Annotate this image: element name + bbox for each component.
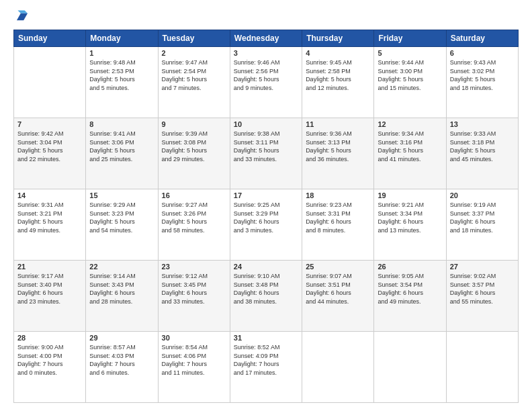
day-info: Sunrise: 9:34 AM Sunset: 3:16 PM Dayligh… <box>378 130 442 163</box>
day-number: 23 <box>162 263 226 271</box>
day-number: 1 <box>89 49 154 57</box>
day-info: Sunrise: 9:33 AM Sunset: 3:18 PM Dayligh… <box>450 130 515 163</box>
week-row-0: 1Sunrise: 9:48 AM Sunset: 2:53 PM Daylig… <box>14 47 519 118</box>
day-info: Sunrise: 9:47 AM Sunset: 2:54 PM Dayligh… <box>162 58 226 92</box>
calendar-cell: 13Sunrise: 9:33 AM Sunset: 3:18 PM Dayli… <box>446 118 518 189</box>
calendar-cell: 29Sunrise: 8:57 AM Sunset: 4:03 PM Dayli… <box>86 332 158 403</box>
day-number: 29 <box>89 334 154 342</box>
day-info: Sunrise: 9:43 AM Sunset: 3:02 PM Dayligh… <box>450 58 515 92</box>
logo <box>13 11 30 24</box>
day-number: 24 <box>234 263 298 271</box>
calendar-cell: 28Sunrise: 9:00 AM Sunset: 4:00 PM Dayli… <box>14 332 86 403</box>
page: SundayMondayTuesdayWednesdayThursdayFrid… <box>0 0 532 411</box>
calendar-cell: 4Sunrise: 9:45 AM Sunset: 2:58 PM Daylig… <box>302 47 374 118</box>
day-number: 26 <box>378 263 442 271</box>
week-row-2: 14Sunrise: 9:31 AM Sunset: 3:21 PM Dayli… <box>14 189 519 261</box>
logo-icon <box>15 9 30 24</box>
day-info: Sunrise: 9:31 AM Sunset: 3:21 PM Dayligh… <box>17 201 82 234</box>
week-row-1: 7Sunrise: 9:42 AM Sunset: 3:04 PM Daylig… <box>14 118 519 189</box>
day-number: 16 <box>162 191 226 199</box>
calendar-cell <box>14 47 86 118</box>
day-info: Sunrise: 9:25 AM Sunset: 3:29 PM Dayligh… <box>234 201 298 234</box>
calendar-cell: 24Sunrise: 9:10 AM Sunset: 3:48 PM Dayli… <box>230 261 302 332</box>
calendar-cell: 10Sunrise: 9:38 AM Sunset: 3:11 PM Dayli… <box>230 118 302 189</box>
day-number: 30 <box>162 334 226 342</box>
svg-marker-0 <box>17 13 28 20</box>
week-row-4: 28Sunrise: 9:00 AM Sunset: 4:00 PM Dayli… <box>14 332 519 403</box>
calendar-cell: 8Sunrise: 9:41 AM Sunset: 3:06 PM Daylig… <box>86 118 158 189</box>
calendar-cell: 30Sunrise: 8:54 AM Sunset: 4:06 PM Dayli… <box>158 332 230 403</box>
calendar-cell: 26Sunrise: 9:05 AM Sunset: 3:54 PM Dayli… <box>374 261 446 332</box>
weekday-header-row: SundayMondayTuesdayWednesdayThursdayFrid… <box>14 30 519 47</box>
day-number: 9 <box>162 120 226 128</box>
calendar-cell: 22Sunrise: 9:14 AM Sunset: 3:43 PM Dayli… <box>86 261 158 332</box>
day-number: 6 <box>450 49 515 57</box>
calendar-cell: 2Sunrise: 9:47 AM Sunset: 2:54 PM Daylig… <box>158 47 230 118</box>
weekday-tuesday: Tuesday <box>158 30 230 47</box>
calendar-cell <box>446 332 518 403</box>
day-info: Sunrise: 9:07 AM Sunset: 3:51 PM Dayligh… <box>306 272 370 306</box>
day-info: Sunrise: 9:48 AM Sunset: 2:53 PM Dayligh… <box>89 58 154 92</box>
calendar-cell: 16Sunrise: 9:27 AM Sunset: 3:26 PM Dayli… <box>158 189 230 261</box>
calendar-cell <box>302 332 374 403</box>
day-number: 2 <box>162 49 226 57</box>
day-info: Sunrise: 9:19 AM Sunset: 3:37 PM Dayligh… <box>450 201 515 234</box>
calendar-cell: 20Sunrise: 9:19 AM Sunset: 3:37 PM Dayli… <box>446 189 518 261</box>
day-number: 5 <box>378 49 442 57</box>
day-info: Sunrise: 9:42 AM Sunset: 3:04 PM Dayligh… <box>17 130 82 163</box>
calendar-cell: 5Sunrise: 9:44 AM Sunset: 3:00 PM Daylig… <box>374 47 446 118</box>
day-number: 25 <box>306 263 370 271</box>
calendar-cell: 18Sunrise: 9:23 AM Sunset: 3:31 PM Dayli… <box>302 189 374 261</box>
day-info: Sunrise: 9:05 AM Sunset: 3:54 PM Dayligh… <box>378 272 442 306</box>
calendar-cell: 19Sunrise: 9:21 AM Sunset: 3:34 PM Dayli… <box>374 189 446 261</box>
header <box>13 11 519 24</box>
day-info: Sunrise: 8:54 AM Sunset: 4:06 PM Dayligh… <box>162 343 226 377</box>
day-number: 12 <box>378 120 442 128</box>
day-number: 17 <box>234 191 298 199</box>
calendar-cell: 17Sunrise: 9:25 AM Sunset: 3:29 PM Dayli… <box>230 189 302 261</box>
weekday-friday: Friday <box>374 30 446 47</box>
day-info: Sunrise: 9:02 AM Sunset: 3:57 PM Dayligh… <box>450 272 515 306</box>
day-number: 28 <box>17 334 82 342</box>
day-info: Sunrise: 9:44 AM Sunset: 3:00 PM Dayligh… <box>378 58 442 92</box>
day-number: 14 <box>17 191 82 199</box>
calendar: SundayMondayTuesdayWednesdayThursdayFrid… <box>13 30 519 403</box>
day-number: 10 <box>234 120 298 128</box>
day-info: Sunrise: 9:46 AM Sunset: 2:56 PM Dayligh… <box>234 58 298 92</box>
day-number: 3 <box>234 49 298 57</box>
day-info: Sunrise: 9:41 AM Sunset: 3:06 PM Dayligh… <box>89 130 154 163</box>
calendar-cell: 23Sunrise: 9:12 AM Sunset: 3:45 PM Dayli… <box>158 261 230 332</box>
day-number: 22 <box>89 263 154 271</box>
calendar-cell <box>374 332 446 403</box>
calendar-cell: 3Sunrise: 9:46 AM Sunset: 2:56 PM Daylig… <box>230 47 302 118</box>
day-number: 20 <box>450 191 515 199</box>
svg-marker-1 <box>17 10 28 13</box>
day-number: 13 <box>450 120 515 128</box>
day-number: 21 <box>17 263 82 271</box>
day-number: 18 <box>306 191 370 199</box>
calendar-cell: 15Sunrise: 9:29 AM Sunset: 3:23 PM Dayli… <box>86 189 158 261</box>
day-number: 7 <box>17 120 82 128</box>
day-info: Sunrise: 9:12 AM Sunset: 3:45 PM Dayligh… <box>162 272 226 306</box>
day-number: 27 <box>450 263 515 271</box>
calendar-cell: 11Sunrise: 9:36 AM Sunset: 3:13 PM Dayli… <box>302 118 374 189</box>
calendar-cell: 6Sunrise: 9:43 AM Sunset: 3:02 PM Daylig… <box>446 47 518 118</box>
day-number: 8 <box>89 120 154 128</box>
day-info: Sunrise: 8:52 AM Sunset: 4:09 PM Dayligh… <box>234 343 298 377</box>
calendar-cell: 1Sunrise: 9:48 AM Sunset: 2:53 PM Daylig… <box>86 47 158 118</box>
day-number: 4 <box>306 49 370 57</box>
day-info: Sunrise: 9:14 AM Sunset: 3:43 PM Dayligh… <box>89 272 154 306</box>
day-number: 11 <box>306 120 370 128</box>
day-info: Sunrise: 9:36 AM Sunset: 3:13 PM Dayligh… <box>306 130 370 163</box>
day-info: Sunrise: 9:39 AM Sunset: 3:08 PM Dayligh… <box>162 130 226 163</box>
weekday-sunday: Sunday <box>14 30 86 47</box>
weekday-wednesday: Wednesday <box>230 30 302 47</box>
day-info: Sunrise: 9:29 AM Sunset: 3:23 PM Dayligh… <box>89 201 154 234</box>
weekday-saturday: Saturday <box>446 30 518 47</box>
day-number: 19 <box>378 191 442 199</box>
day-info: Sunrise: 9:21 AM Sunset: 3:34 PM Dayligh… <box>378 201 442 234</box>
week-row-3: 21Sunrise: 9:17 AM Sunset: 3:40 PM Dayli… <box>14 261 519 332</box>
weekday-monday: Monday <box>86 30 158 47</box>
day-info: Sunrise: 9:00 AM Sunset: 4:00 PM Dayligh… <box>17 343 82 377</box>
day-info: Sunrise: 9:38 AM Sunset: 3:11 PM Dayligh… <box>234 130 298 163</box>
